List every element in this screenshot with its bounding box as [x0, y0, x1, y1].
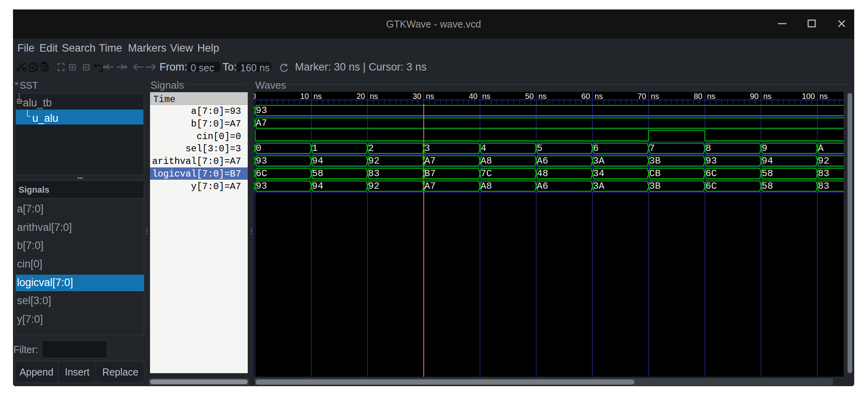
svg-text:20: 20 — [356, 92, 365, 100]
svg-text:94: 94 — [312, 156, 323, 166]
svg-text:ns: ns — [820, 92, 828, 100]
svg-text:7C: 7C — [480, 168, 492, 179]
svg-text:80: 80 — [694, 92, 703, 100]
svg-text:ns: ns — [763, 92, 772, 100]
svg-text:B7: B7 — [425, 168, 436, 179]
svg-text:8: 8 — [705, 143, 711, 154]
svg-text:9: 9 — [762, 143, 767, 154]
svg-text:4: 4 — [480, 143, 486, 154]
svg-text:90: 90 — [750, 92, 759, 100]
svg-text:ns: ns — [426, 92, 434, 100]
svg-text:A7: A7 — [256, 118, 267, 128]
svg-text:83: 83 — [818, 168, 829, 179]
svg-text:3B: 3B — [649, 181, 661, 191]
svg-text:CB: CB — [649, 168, 661, 179]
svg-text:2: 2 — [368, 143, 374, 154]
svg-text:ns: ns — [370, 92, 378, 100]
svg-text:100: 100 — [802, 92, 815, 100]
svg-text:83: 83 — [818, 181, 829, 191]
svg-text:40: 40 — [469, 92, 478, 100]
svg-text:60: 60 — [581, 92, 590, 100]
svg-text:3A: 3A — [593, 156, 605, 166]
svg-text:A: A — [818, 143, 824, 154]
svg-text:A7: A7 — [425, 181, 436, 191]
svg-text:3A: 3A — [593, 181, 605, 191]
svg-text:58: 58 — [312, 168, 323, 179]
svg-text:92: 92 — [368, 156, 380, 166]
svg-text:94: 94 — [762, 156, 773, 166]
svg-text:93: 93 — [256, 156, 267, 166]
svg-text:83: 83 — [368, 168, 380, 179]
svg-text:6C: 6C — [705, 181, 717, 191]
svg-text:48: 48 — [537, 168, 548, 179]
svg-text:7: 7 — [649, 143, 655, 154]
svg-text:5: 5 — [537, 143, 542, 154]
svg-text:94: 94 — [312, 181, 323, 191]
svg-text:1: 1 — [312, 143, 317, 154]
svg-text:6C: 6C — [256, 168, 267, 179]
svg-text:0: 0 — [254, 92, 256, 100]
svg-text:6C: 6C — [705, 168, 717, 179]
svg-text:ns: ns — [482, 92, 490, 100]
svg-text:3: 3 — [425, 143, 430, 154]
svg-text:A8: A8 — [480, 181, 492, 191]
svg-text:ns: ns — [313, 92, 322, 100]
svg-text:92: 92 — [368, 181, 380, 191]
svg-text:0: 0 — [256, 143, 261, 154]
svg-text:A6: A6 — [537, 181, 548, 191]
svg-text:58: 58 — [762, 168, 773, 179]
svg-text:ns: ns — [651, 92, 659, 100]
svg-text:50: 50 — [525, 92, 534, 100]
svg-text:30: 30 — [413, 92, 421, 100]
svg-text:ns: ns — [595, 92, 603, 100]
svg-text:ns: ns — [538, 92, 547, 100]
svg-text:ns: ns — [707, 92, 715, 100]
svg-text:6: 6 — [593, 143, 599, 154]
svg-text:A8: A8 — [480, 156, 492, 166]
svg-text:A6: A6 — [537, 156, 548, 166]
svg-text:93: 93 — [256, 105, 267, 116]
svg-text:3B: 3B — [649, 156, 661, 166]
svg-text:92: 92 — [818, 156, 829, 166]
svg-text:58: 58 — [762, 181, 773, 191]
svg-text:70: 70 — [638, 92, 646, 100]
svg-text:93: 93 — [256, 181, 267, 191]
svg-text:34: 34 — [593, 168, 605, 179]
svg-text:A7: A7 — [425, 156, 436, 166]
svg-text:93: 93 — [705, 156, 717, 166]
svg-text:10: 10 — [300, 92, 309, 100]
